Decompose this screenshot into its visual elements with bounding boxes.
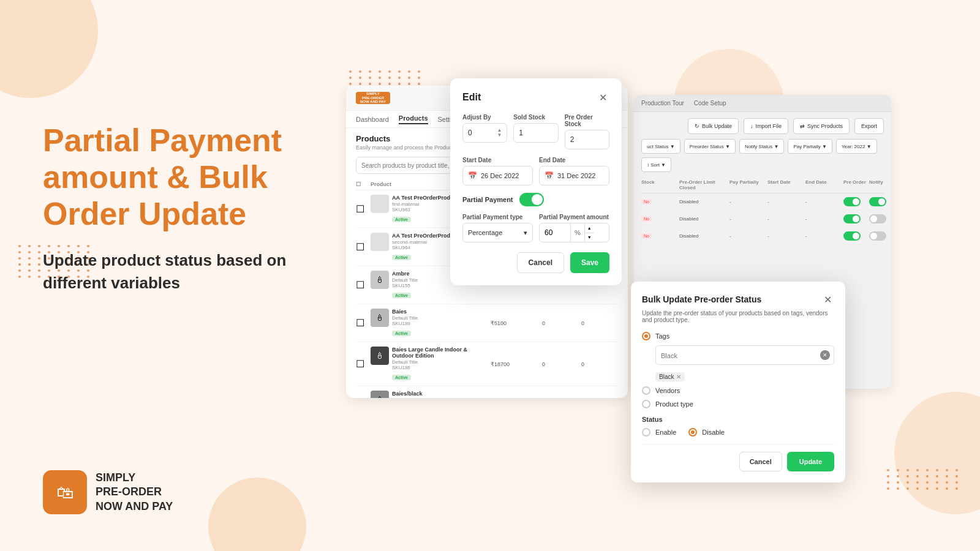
notify-toggle[interactable] [869,231,886,241]
amount-percent: % [570,223,584,242]
right-table-row: No Disabled - - - Edit [641,228,884,245]
product-variant: Default Title [392,277,418,283]
amount-up[interactable]: ▲ [585,223,594,233]
right-panel-toolbar: ↻ Bulk Update ↓ Import File ⇄ Sync Produ… [641,118,884,134]
bulk-modal-close-button[interactable]: ✕ [821,293,834,306]
product-variant: first-material [392,201,459,207]
radio-circle-disable [688,428,697,437]
filter-product-status[interactable]: uct Status ▼ [641,139,680,154]
amount-down[interactable]: ▼ [585,233,594,242]
bg-decoration-3 [208,478,306,551]
bulk-update-button[interactable]: Update [787,452,834,471]
start-date-field: Start Date 📅 26 Dec 2022 [462,157,533,186]
payment-type-row: Partial Payment type Percentage ▾ Partia… [462,214,609,242]
radio-item-enable[interactable]: Enable [642,428,676,437]
pre-order-toggle[interactable] [843,197,861,206]
logo-area: 🛍 SIMPLY PRE-ORDER NOW AND PAY [43,470,173,514]
radio-item-vendors[interactable]: Vendors [642,386,834,395]
radio-circle-vendors [642,386,650,395]
radio-label-enable: Enable [655,429,676,436]
tags-chip-black: Black ✕ [655,372,685,381]
filter-sort[interactable]: ↕ Sort ▼ [641,157,671,172]
adjust-by-field: Adjust By 0 ▲ ▼ [462,114,507,149]
end-date-input[interactable]: 📅 31 Dec 2022 [539,166,609,186]
notify-toggle[interactable] [869,214,886,223]
radio-item-product-type[interactable]: Product type [642,400,834,408]
sold-stock-label: Sold Stock [513,114,558,121]
radio-circle-product-type [642,400,650,408]
product-preorder: 0 [581,320,618,326]
product-price: ₹5100 [491,320,540,326]
nav-code-setup[interactable]: Code Setup [694,100,726,107]
status-badge: Active [392,217,411,222]
product-variant: Default Title [392,315,418,321]
tags-clear-button[interactable]: ✕ [820,350,830,360]
product-name: Baies/black [392,391,423,397]
start-date-input[interactable]: 📅 26 Dec 2022 [462,166,533,186]
payment-amount-label: Partial Payment amount [539,214,609,220]
pre-order-stock-field: Pre Order Stock 2 [565,114,609,149]
cancel-button[interactable]: Cancel [517,252,564,273]
edit-modal: Edit ✕ Adjust By 0 ▲ ▼ Sold Stock 1 Pre … [450,78,622,285]
nav-products[interactable]: Products [399,114,428,124]
nav-production-tour[interactable]: Production Tour [641,100,684,107]
nav-dashboard[interactable]: Dashboard [356,116,389,123]
product-thumb: 🕯 [371,391,389,398]
sold-stock-input: 1 [513,123,558,143]
bg-decoration-4 [894,392,980,514]
pre-order-toggle[interactable] [843,231,861,241]
adjust-by-down[interactable]: ▼ [497,133,502,138]
filter-year[interactable]: Year: 2022 ▼ [836,139,877,154]
toggle-thumb [532,194,543,205]
modal-close-button[interactable]: ✕ [596,91,609,104]
pre-order-toggle[interactable] [843,214,861,223]
radio-item-tags[interactable]: Tags [642,332,834,340]
pre-order-stock-input: 2 [565,130,609,149]
status-badge: Active [392,293,411,298]
bulk-cancel-button[interactable]: Cancel [739,452,782,471]
adjust-by-input[interactable]: 0 ▲ ▼ [462,123,507,143]
payment-type-field: Partial Payment type Percentage ▾ [462,214,533,242]
payment-type-label: Partial Payment type [462,214,533,220]
product-stock: 0 [542,320,579,326]
radio-item-disable[interactable]: Disable [688,428,725,437]
product-preorder: 0 [581,361,618,367]
product-variant: Default Title [392,397,423,398]
partial-payment-toggle[interactable] [519,193,544,206]
calendar-icon-2: 📅 [545,171,554,180]
export-button[interactable]: Export [854,118,884,134]
amount-arrows[interactable]: ▲ ▼ [584,223,594,242]
save-button[interactable]: Save [570,252,609,273]
tags-search-area[interactable]: ✕ [655,345,834,365]
notify-toggle[interactable] [869,197,886,206]
filter-pay-partially[interactable]: Pay Partially ▼ [788,139,832,154]
logo-text: SIMPLY PRE-ORDER NOW AND PAY [96,471,173,514]
stock-badge: No [641,199,652,204]
filter-preorder-status[interactable]: Preorder Status ▼ [684,139,736,154]
product-name: AA Test PreOrderProduct [392,233,459,239]
product-sku: SKU964 [392,245,459,250]
partial-payment-label: Partial Payment [462,196,513,203]
modal-title: Edit [462,92,481,103]
bulk-update-modal: Bulk Update Pre-order Status ✕ Update th… [631,282,845,482]
left-content-area: Partial Payment amount & Bulk Order Upda… [43,122,349,294]
payment-amount-input[interactable]: 60 % ▲ ▼ [539,223,609,242]
end-date-label: End Date [539,157,609,163]
end-date-value: 31 Dec 2022 [557,172,595,179]
calendar-icon: 📅 [468,171,477,180]
product-stock: 0 [542,361,579,367]
tags-search-input[interactable] [661,352,829,359]
payment-type-select[interactable]: Percentage ▾ [462,223,533,242]
panel-logo: SIMPLYPRE-ORDERNOW AND PAY [356,92,390,104]
bulk-update-button[interactable]: ↻ Bulk Update [688,118,739,134]
right-table-row: No Disabled - - - Edit [641,193,884,211]
product-sku: SKU186 [392,365,488,370]
import-icon: ↓ [750,123,753,129]
sync-products-button[interactable]: ⇄ Sync Products [793,118,850,134]
chip-remove-button[interactable]: ✕ [676,373,681,380]
filter-notify-status[interactable]: Notify Status ▼ [739,139,785,154]
refresh-icon: ↻ [695,123,699,129]
bulk-modal-header: Bulk Update Pre-order Status ✕ [642,293,834,306]
table-row: ☐ 🕯 Baies/black Default Title SKU197 Act… [356,386,618,398]
import-file-button[interactable]: ↓ Import File [744,118,788,134]
